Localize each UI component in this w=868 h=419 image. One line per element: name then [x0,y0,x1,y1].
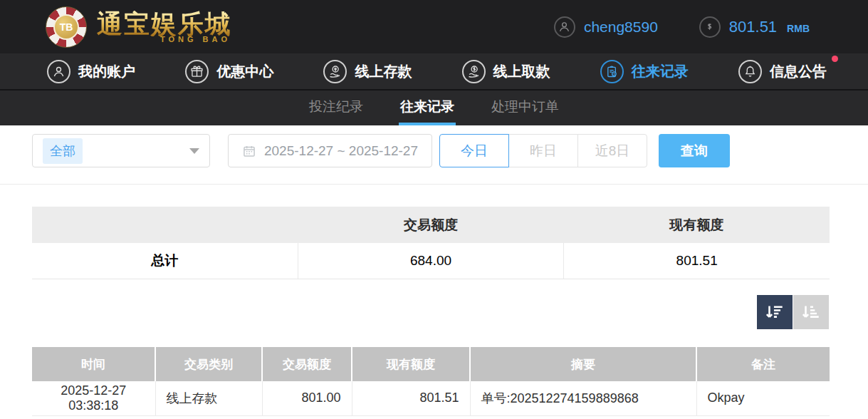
nav-label: 优惠中心 [216,62,273,81]
tab-transaction-records[interactable]: 往来记录 [399,90,456,125]
calendar-icon [242,144,256,158]
summary-header-current-balance: 现有额度 [564,207,830,243]
cell-balance: 801.51 [352,381,470,415]
summary-total-label: 总计 [32,243,298,279]
top-header: TB 通宝娱乐城 TONG BAO cheng8590 801.51 RMB [0,0,868,53]
username: cheng8590 [584,19,658,36]
dollar-coin-icon [699,16,721,38]
last-8-days-button[interactable]: 近8日 [577,134,647,167]
col-header-time: 时间 [32,347,155,381]
nav-label: 往来记录 [632,62,689,81]
site-title: 通宝娱乐城 [97,11,232,36]
balance-block[interactable]: 801.51 RMB [699,16,810,38]
gift-icon [185,60,209,83]
notification-dot [832,56,838,62]
quick-date-group: 今日 昨日 近8日 [439,134,647,167]
date-range-value: 2025-12-27 ~ 2025-12-27 [264,143,418,159]
summary-total-row: 总计 684.00 801.51 [32,243,830,279]
col-header-amount: 交易额度 [262,347,352,381]
cell-amount: 801.00 [262,381,352,415]
cell-time: 2025-12-27 03:38:18 [32,381,155,415]
chip-monogram: TB [53,14,79,40]
records-icon [600,60,624,83]
sort-ascending-icon [800,303,822,321]
user-account-block[interactable]: cheng8590 [554,16,658,38]
cell-remark: Okpay [696,381,830,415]
tab-betting-records[interactable]: 投注纪录 [308,90,365,125]
nav-label: 线上存款 [355,62,412,81]
selected-type-chip: 全部 [43,138,83,164]
section-divider [0,184,868,185]
nav-item-deposit[interactable]: 线上存款 [323,60,412,83]
main-nav: 我的账户 优惠中心 线上存款 [0,53,868,89]
today-button[interactable]: 今日 [439,134,509,167]
table-row: 2025-12-27 03:38:18 线上存款 801.00 801.51 单… [32,381,830,415]
deposit-icon [323,60,347,83]
date-range-input[interactable]: 2025-12-27 ~ 2025-12-27 [228,134,432,167]
summary-transaction-amount: 684.00 [298,243,565,279]
withdraw-icon [462,60,486,83]
nav-item-withdraw[interactable]: 线上取款 [462,60,550,83]
nav-item-announcements[interactable]: 信息公告 [738,60,827,83]
sort-descending-button[interactable] [757,295,793,329]
summary-header-transaction-amount: 交易额度 [298,207,563,243]
col-header-summary: 摘要 [470,347,696,381]
nav-item-promotions[interactable]: 优惠中心 [185,60,273,83]
user-icon [554,16,575,38]
yesterday-button[interactable]: 昨日 [508,134,578,167]
cell-type: 线上存款 [155,381,262,415]
col-header-remark: 备注 [696,347,830,381]
sort-ascending-button[interactable] [793,295,829,329]
poker-chip-icon: TB [46,6,87,48]
cell-summary: 单号:202512274159889868 [470,381,696,415]
summary-table: 交易额度 现有额度 总计 684.00 801.51 [32,207,830,279]
sort-controls [0,295,829,329]
sort-descending-icon [764,303,785,321]
records-table: 时间 交易类别 交易额度 现有额度 摘要 备注 2025-12-27 03:38… [32,347,830,416]
balance-amount: 801.51 [729,18,777,36]
summary-current-balance: 801.51 [564,243,830,279]
nav-label: 信息公告 [770,62,827,81]
summary-header-empty [32,207,298,243]
record-tabs: 投注纪录 往来记录 处理中订单 [0,89,868,125]
user-icon [47,60,70,83]
tab-processing-orders[interactable]: 处理中订单 [490,90,560,125]
nav-item-my-account[interactable]: 我的账户 [47,60,135,83]
bell-icon [738,60,762,83]
nav-label: 线上取款 [493,62,550,81]
currency-label: RMB [787,23,810,34]
nav-label: 我的账户 [78,62,135,81]
site-logo[interactable]: TB 通宝娱乐城 TONG BAO [46,6,232,48]
chevron-down-icon [189,148,199,154]
nav-item-transaction-records[interactable]: 往来记录 [600,60,689,83]
col-header-balance: 现有额度 [352,347,470,381]
col-header-type: 交易类别 [155,347,262,381]
query-button[interactable]: 查询 [659,134,730,167]
transaction-type-select[interactable]: 全部 [32,134,210,167]
filter-bar: 全部 2025-12-27 ~ 2025-12-27 今日 昨日 近8日 查询 [32,134,836,167]
